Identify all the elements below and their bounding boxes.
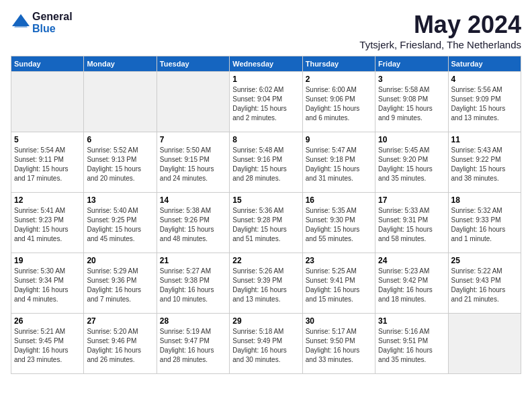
calendar-cell: 10Sunrise: 5:45 AMSunset: 9:20 PMDayligh… bbox=[375, 132, 448, 193]
cell-info: Sunrise: 5:47 AMSunset: 9:18 PMDaylight:… bbox=[306, 146, 372, 183]
calendar-cell: 27Sunrise: 5:20 AMSunset: 9:46 PMDayligh… bbox=[84, 314, 157, 374]
day-number: 22 bbox=[232, 256, 299, 265]
calendar-cell: 21Sunrise: 5:27 AMSunset: 9:38 PMDayligh… bbox=[157, 253, 229, 314]
calendar-cell: 1Sunrise: 6:02 AMSunset: 9:04 PMDaylight… bbox=[230, 72, 302, 132]
day-number: 8 bbox=[232, 135, 299, 144]
cell-info: Sunrise: 5:38 AMSunset: 9:26 PMDaylight:… bbox=[160, 206, 226, 244]
cell-info: Sunrise: 5:22 AMSunset: 9:43 PMDaylight:… bbox=[451, 267, 518, 304]
week-row-5: 26Sunrise: 5:21 AMSunset: 9:45 PMDayligh… bbox=[11, 314, 521, 374]
cell-info: Sunrise: 5:20 AMSunset: 9:46 PMDaylight:… bbox=[87, 327, 153, 365]
calendar-cell bbox=[11, 72, 84, 132]
title-block: May 2024 Tytsjerk, Friesland, The Nether… bbox=[359, 11, 521, 50]
calendar-cell: 6Sunrise: 5:52 AMSunset: 9:13 PMDaylight… bbox=[84, 132, 157, 193]
calendar-cell bbox=[448, 314, 521, 374]
cell-info: Sunrise: 5:35 AMSunset: 9:30 PMDaylight:… bbox=[306, 206, 372, 244]
day-number: 13 bbox=[87, 195, 153, 205]
day-number: 19 bbox=[14, 256, 81, 265]
calendar-cell: 24Sunrise: 5:23 AMSunset: 9:42 PMDayligh… bbox=[375, 253, 448, 314]
calendar-cell: 13Sunrise: 5:40 AMSunset: 9:25 PMDayligh… bbox=[84, 193, 157, 253]
cell-info: Sunrise: 5:43 AMSunset: 9:22 PMDaylight:… bbox=[451, 146, 518, 183]
cell-info: Sunrise: 5:26 AMSunset: 9:39 PMDaylight:… bbox=[232, 267, 299, 304]
cell-info: Sunrise: 5:58 AMSunset: 9:08 PMDaylight:… bbox=[378, 85, 445, 123]
day-number: 2 bbox=[306, 75, 372, 84]
calendar-cell: 2Sunrise: 6:00 AMSunset: 9:06 PMDaylight… bbox=[302, 72, 375, 132]
calendar-cell: 11Sunrise: 5:43 AMSunset: 9:22 PMDayligh… bbox=[448, 132, 521, 193]
calendar-cell: 15Sunrise: 5:36 AMSunset: 9:28 PMDayligh… bbox=[230, 193, 302, 253]
cell-info: Sunrise: 5:52 AMSunset: 9:13 PMDaylight:… bbox=[87, 146, 153, 183]
cell-info: Sunrise: 5:23 AMSunset: 9:42 PMDaylight:… bbox=[378, 267, 445, 304]
logo: General Blue bbox=[11, 11, 73, 34]
col-sunday: Sunday bbox=[11, 56, 84, 72]
cell-info: Sunrise: 5:33 AMSunset: 9:31 PMDaylight:… bbox=[378, 206, 445, 244]
week-row-3: 12Sunrise: 5:41 AMSunset: 9:23 PMDayligh… bbox=[11, 193, 521, 253]
calendar-cell: 30Sunrise: 5:17 AMSunset: 9:50 PMDayligh… bbox=[302, 314, 375, 374]
logo-icon bbox=[11, 13, 31, 33]
day-number: 27 bbox=[87, 316, 153, 326]
col-friday: Friday bbox=[375, 56, 448, 72]
cell-info: Sunrise: 5:48 AMSunset: 9:16 PMDaylight:… bbox=[232, 146, 299, 183]
col-wednesday: Wednesday bbox=[230, 56, 302, 72]
calendar-cell: 20Sunrise: 5:29 AMSunset: 9:36 PMDayligh… bbox=[84, 253, 157, 314]
calendar-cell: 4Sunrise: 5:56 AMSunset: 9:09 PMDaylight… bbox=[448, 72, 521, 132]
logo-blue: Blue bbox=[32, 23, 73, 35]
cell-info: Sunrise: 5:29 AMSunset: 9:36 PMDaylight:… bbox=[87, 267, 153, 304]
day-number: 23 bbox=[306, 256, 372, 265]
day-number: 26 bbox=[14, 316, 81, 326]
day-number: 11 bbox=[451, 135, 518, 144]
week-row-4: 19Sunrise: 5:30 AMSunset: 9:34 PMDayligh… bbox=[11, 253, 521, 314]
calendar-cell: 25Sunrise: 5:22 AMSunset: 9:43 PMDayligh… bbox=[448, 253, 521, 314]
calendar-cell: 18Sunrise: 5:32 AMSunset: 9:33 PMDayligh… bbox=[448, 193, 521, 253]
calendar-cell: 5Sunrise: 5:54 AMSunset: 9:11 PMDaylight… bbox=[11, 132, 84, 193]
month-title: May 2024 bbox=[359, 11, 521, 39]
day-number: 10 bbox=[378, 135, 445, 144]
cell-info: Sunrise: 5:45 AMSunset: 9:20 PMDaylight:… bbox=[378, 146, 445, 183]
logo-general: General bbox=[32, 11, 73, 23]
day-number: 16 bbox=[306, 195, 372, 205]
cell-info: Sunrise: 5:21 AMSunset: 9:45 PMDaylight:… bbox=[14, 327, 81, 365]
col-tuesday: Tuesday bbox=[157, 56, 229, 72]
day-number: 1 bbox=[232, 75, 299, 84]
calendar-cell: 7Sunrise: 5:50 AMSunset: 9:15 PMDaylight… bbox=[157, 132, 229, 193]
calendar-cell: 14Sunrise: 5:38 AMSunset: 9:26 PMDayligh… bbox=[157, 193, 229, 253]
day-number: 20 bbox=[87, 256, 153, 265]
calendar-cell: 16Sunrise: 5:35 AMSunset: 9:30 PMDayligh… bbox=[302, 193, 375, 253]
page-header: General Blue May 2024 Tytsjerk, Frieslan… bbox=[11, 11, 521, 50]
calendar-cell: 19Sunrise: 5:30 AMSunset: 9:34 PMDayligh… bbox=[11, 253, 84, 314]
day-number: 15 bbox=[232, 195, 299, 205]
cell-info: Sunrise: 5:36 AMSunset: 9:28 PMDaylight:… bbox=[232, 206, 299, 244]
day-number: 17 bbox=[378, 195, 445, 205]
day-number: 25 bbox=[451, 256, 518, 265]
col-monday: Monday bbox=[84, 56, 157, 72]
cell-info: Sunrise: 5:27 AMSunset: 9:38 PMDaylight:… bbox=[160, 267, 226, 304]
day-number: 31 bbox=[378, 316, 445, 326]
col-thursday: Thursday bbox=[302, 56, 375, 72]
day-number: 4 bbox=[451, 75, 518, 84]
calendar-cell: 17Sunrise: 5:33 AMSunset: 9:31 PMDayligh… bbox=[375, 193, 448, 253]
week-row-1: 1Sunrise: 6:02 AMSunset: 9:04 PMDaylight… bbox=[11, 72, 521, 132]
cell-info: Sunrise: 5:30 AMSunset: 9:34 PMDaylight:… bbox=[14, 267, 81, 304]
cell-info: Sunrise: 5:40 AMSunset: 9:25 PMDaylight:… bbox=[87, 206, 153, 244]
day-number: 3 bbox=[378, 75, 445, 84]
day-number: 14 bbox=[160, 195, 226, 205]
week-row-2: 5Sunrise: 5:54 AMSunset: 9:11 PMDaylight… bbox=[11, 132, 521, 193]
cell-info: Sunrise: 5:19 AMSunset: 9:47 PMDaylight:… bbox=[160, 327, 226, 365]
cell-info: Sunrise: 5:54 AMSunset: 9:11 PMDaylight:… bbox=[14, 146, 81, 183]
calendar-cell bbox=[84, 72, 157, 132]
cell-info: Sunrise: 5:17 AMSunset: 9:50 PMDaylight:… bbox=[306, 327, 372, 365]
cell-info: Sunrise: 6:02 AMSunset: 9:04 PMDaylight:… bbox=[232, 85, 299, 123]
cell-info: Sunrise: 5:32 AMSunset: 9:33 PMDaylight:… bbox=[451, 206, 518, 244]
calendar-table: Sunday Monday Tuesday Wednesday Thursday… bbox=[11, 56, 521, 374]
cell-info: Sunrise: 5:50 AMSunset: 9:15 PMDaylight:… bbox=[160, 146, 226, 183]
calendar-cell: 9Sunrise: 5:47 AMSunset: 9:18 PMDaylight… bbox=[302, 132, 375, 193]
calendar-cell: 23Sunrise: 5:25 AMSunset: 9:41 PMDayligh… bbox=[302, 253, 375, 314]
col-saturday: Saturday bbox=[448, 56, 521, 72]
cell-info: Sunrise: 5:18 AMSunset: 9:49 PMDaylight:… bbox=[232, 327, 299, 365]
day-number: 28 bbox=[160, 316, 226, 326]
calendar-cell bbox=[157, 72, 229, 132]
day-number: 5 bbox=[14, 135, 81, 144]
day-number: 7 bbox=[160, 135, 226, 144]
cell-info: Sunrise: 5:41 AMSunset: 9:23 PMDaylight:… bbox=[14, 206, 81, 244]
calendar-cell: 31Sunrise: 5:16 AMSunset: 9:51 PMDayligh… bbox=[375, 314, 448, 374]
cell-info: Sunrise: 5:25 AMSunset: 9:41 PMDaylight:… bbox=[306, 267, 372, 304]
location-title: Tytsjerk, Friesland, The Netherlands bbox=[359, 39, 521, 50]
